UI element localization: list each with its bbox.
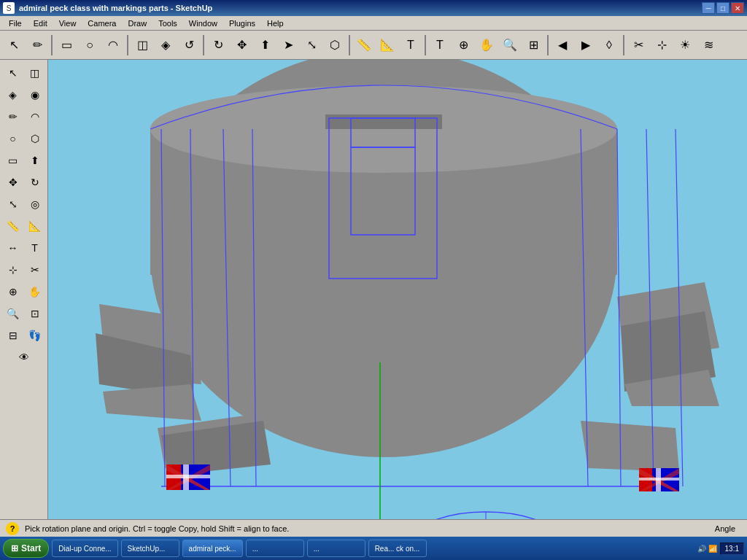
scene-svg [48,60,747,519]
status-icon: ? [6,522,19,535]
app-icon: S [3,2,15,14]
tool-tape[interactable]: 📏 [353,34,375,56]
menu-item-edit[interactable]: Edit [28,18,53,29]
tool-scale[interactable]: ⤡ [301,34,322,56]
tool-rotate-left[interactable]: ↺ [178,34,200,56]
taskbar-item-3[interactable]: admiral peck... [182,540,243,557]
tool-arc[interactable]: ◠ [102,34,124,56]
start-icon: ⊞ [11,543,18,553]
left-tool-zoom-out[interactable]: ⊟ [3,325,23,346]
title-text: admiral peck class with markings parts -… [19,4,212,12]
title-bar: S admiral peck class with markings parts… [0,0,747,16]
taskbar-right: 🔊 📶 13:1 [697,542,744,555]
left-tool-row: 📏📐 [3,216,45,236]
tool-eraser[interactable]: ◫ [131,34,153,56]
taskbar-item-6[interactable]: Rea... ck on... [368,540,427,557]
left-tool-axes[interactable]: ⊹ [3,260,23,280]
tray-icons: 🔊 📶 [697,545,717,553]
tool-rotate-right[interactable]: ↻ [207,34,229,56]
left-tool-tape[interactable]: 📏 [3,216,23,236]
left-tool-component[interactable]: ◫ [25,63,45,83]
tool-zoom-window[interactable]: ⊞ [522,34,544,56]
left-tool-dimension[interactable]: ↔ [3,238,23,258]
left-tool-row: ⊹✂ [3,260,45,280]
title-controls: ─ □ ✕ [702,2,744,14]
maximize-button[interactable]: □ [716,2,729,14]
tool-pan[interactable]: ✋ [476,34,498,56]
menu-bar: FileEditViewCameraDrawToolsWindowPlugins… [0,16,747,31]
minimize-button[interactable]: ─ [702,2,715,14]
left-tool-paint[interactable]: ◈ [3,85,23,105]
taskbar-item-5[interactable]: ... [307,540,365,557]
left-tool-row: ↖◫ [3,63,45,83]
tool-axes[interactable]: ⊹ [651,34,673,56]
left-tool-polygon[interactable]: ⬡ [25,128,45,149]
tool-previous[interactable]: ◀ [551,34,573,56]
tool-text[interactable]: T [400,34,422,56]
tool-iso[interactable]: ◊ [598,34,620,56]
tool-select[interactable]: ↖ [3,34,25,56]
tool-follow-me[interactable]: ➤ [277,34,299,56]
taskbar: ⊞ Start Dial-up Conne... SketchUp... adm… [0,537,747,560]
menu-item-window[interactable]: Window [183,18,223,29]
left-tool-zoom-fit[interactable]: ⊡ [25,303,45,324]
tool-3d-text[interactable]: T [429,34,451,56]
left-tool-row: ○⬡ [3,128,45,149]
tool-push-pull[interactable]: ⬆ [254,34,276,56]
left-tool-arc[interactable]: ◠ [25,106,45,127]
tool-rectangle[interactable]: ▭ [55,34,77,56]
taskbar-item-4[interactable]: ... [246,540,304,557]
left-tool-eraser[interactable]: ◉ [25,85,45,105]
left-tool-protractor[interactable]: 📐 [25,216,45,236]
svg-rect-33 [166,475,210,478]
menu-item-view[interactable]: View [53,18,82,29]
menu-item-file[interactable]: File [3,18,28,29]
left-tool-text[interactable]: T [25,238,45,258]
toolbar-separator [203,35,204,55]
left-tool-circle[interactable]: ○ [3,128,23,149]
tool-move[interactable]: ✥ [231,34,252,56]
left-tool-row: 🔍⊡ [3,303,45,324]
left-tool-row: ▭⬆ [3,150,45,171]
left-tool-rotate[interactable]: ↻ [25,172,45,192]
toolbar-separator [127,35,128,55]
left-tool-row: ⊕✋ [3,281,45,302]
left-tool-push-pull[interactable]: ⬆ [25,150,45,171]
left-tool-zoom[interactable]: 🔍 [3,303,23,324]
left-tool-orbit[interactable]: ⊕ [3,281,23,302]
left-tool-walk[interactable]: 👣 [25,325,45,346]
left-tool-pencil[interactable]: ✏ [3,106,23,127]
tool-offset[interactable]: ⬡ [324,34,346,56]
menu-item-camera[interactable]: Camera [82,18,122,29]
left-tool-scale[interactable]: ⤡ [3,194,23,214]
start-button[interactable]: ⊞ Start [3,539,49,558]
taskbar-item-2[interactable]: SketchUp... [121,540,179,557]
menu-item-plugins[interactable]: Plugins [223,18,261,29]
tool-pencil[interactable]: ✏ [26,34,48,56]
menu-item-help[interactable]: Help [261,18,290,29]
tool-orbit[interactable]: ⊕ [452,34,474,56]
tool-next[interactable]: ▶ [575,34,597,56]
left-tool-look[interactable]: 👁 [14,347,34,368]
close-button[interactable]: ✕ [731,2,744,14]
left-toolbar: ↖◫◈◉✏◠○⬡▭⬆✥↻⤡◎📏📐↔T⊹✂⊕✋🔍⊡⊟👣👁 [0,60,48,519]
left-tool-section[interactable]: ✂ [25,260,45,280]
tool-protractor[interactable]: 📐 [376,34,398,56]
tool-shadow[interactable]: ☀ [674,34,696,56]
svg-rect-41 [639,478,679,481]
menu-item-draw[interactable]: Draw [122,18,152,29]
left-tool-offset[interactable]: ◎ [25,194,45,214]
tool-zoom[interactable]: 🔍 [499,34,521,56]
tool-section[interactable]: ✂ [627,34,649,56]
left-tool-pan[interactable]: ✋ [25,281,45,302]
left-tool-select[interactable]: ↖ [3,63,23,83]
left-tool-rectangle[interactable]: ▭ [3,150,23,171]
toolbar-separator [425,35,426,55]
tool-circle[interactable]: ○ [79,34,101,56]
tool-paint[interactable]: ◈ [155,34,177,56]
left-tool-move[interactable]: ✥ [3,172,23,192]
viewport[interactable] [48,60,747,519]
menu-item-tools[interactable]: Tools [152,18,183,29]
tool-fog[interactable]: ≋ [697,34,719,56]
taskbar-item-1[interactable]: Dial-up Conne... [52,540,117,557]
